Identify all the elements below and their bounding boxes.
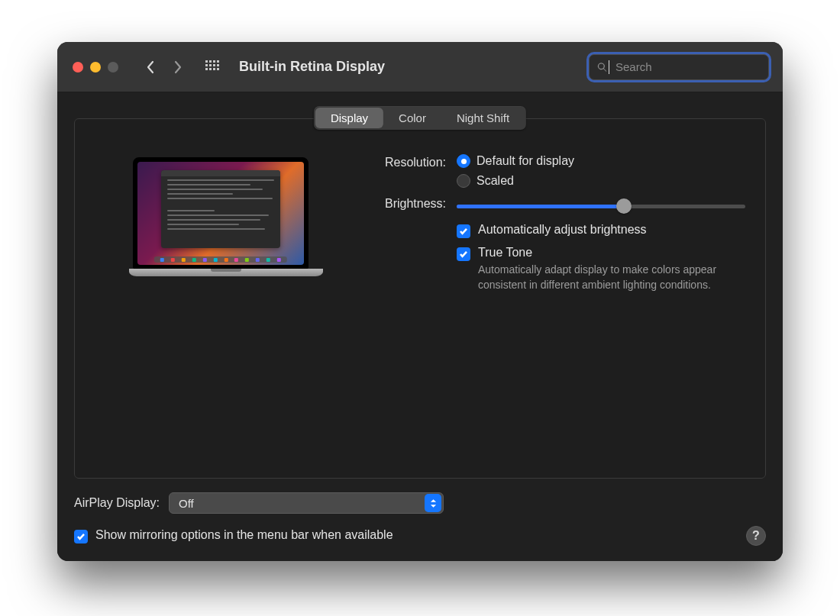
resolution-default-radio[interactable]: Default for display	[457, 154, 745, 168]
brightness-label: Brightness:	[347, 195, 446, 215]
help-button[interactable]: ?	[746, 526, 766, 546]
checkbox-label: True Tone	[478, 246, 532, 260]
check-icon	[459, 227, 468, 236]
radio-icon	[457, 154, 470, 168]
window-body: Display Color Night Shift	[57, 92, 783, 561]
chevron-up-icon	[430, 498, 437, 503]
all-preferences-button[interactable]	[204, 59, 221, 76]
chevron-right-icon	[173, 60, 183, 74]
checkbox-icon	[457, 247, 470, 261]
display-preview-column	[95, 154, 347, 478]
true-tone-description: Automatically adapt display to make colo…	[478, 263, 745, 292]
svg-rect-6	[213, 64, 215, 66]
chevron-down-icon	[430, 504, 437, 508]
svg-rect-1	[209, 60, 212, 63]
svg-rect-9	[209, 68, 212, 70]
tab-night-shift[interactable]: Night Shift	[441, 108, 525, 128]
nav-arrows	[140, 56, 189, 78]
mirroring-checkbox[interactable]: Show mirroring options in the menu bar w…	[74, 528, 393, 543]
svg-rect-10	[213, 68, 215, 70]
chevron-left-icon	[146, 60, 155, 74]
svg-rect-3	[217, 60, 219, 63]
radio-label: Scaled	[477, 174, 514, 188]
grid-icon	[205, 60, 219, 74]
checkbox-label: Automatically adjust brightness	[478, 223, 647, 237]
search-field-wrap[interactable]	[589, 54, 769, 80]
airplay-value: Off	[179, 497, 194, 510]
settings-column: Resolution: Default for display Scaled B…	[347, 154, 745, 478]
check-icon	[459, 250, 468, 259]
search-input[interactable]	[615, 60, 761, 73]
svg-rect-0	[205, 60, 208, 63]
airplay-popup[interactable]: Off	[169, 492, 444, 514]
svg-rect-5	[209, 64, 212, 66]
resolution-label: Resolution:	[347, 154, 446, 188]
airplay-row: AirPlay Display: Off	[74, 492, 766, 514]
tab-display[interactable]: Display	[315, 108, 383, 128]
forward-button	[167, 56, 189, 78]
svg-rect-7	[217, 64, 219, 66]
checkbox-label: Show mirroring options in the menu bar w…	[95, 528, 393, 542]
resolution-group: Default for display Scaled	[457, 154, 745, 188]
traffic-lights	[73, 62, 118, 73]
airplay-stepper	[425, 494, 441, 512]
window-toolbar: Built-in Retina Display	[57, 42, 783, 92]
auto-brightness-checkbox[interactable]: Automatically adjust brightness	[457, 223, 745, 238]
mirroring-row: Show mirroring options in the menu bar w…	[74, 526, 766, 546]
brightness-slider[interactable]	[457, 197, 745, 215]
svg-rect-2	[213, 60, 215, 63]
svg-rect-4	[205, 64, 208, 66]
checkbox-icon	[74, 530, 88, 543]
svg-rect-8	[205, 68, 208, 70]
resolution-scaled-radio[interactable]: Scaled	[457, 174, 745, 188]
bottom-area: AirPlay Display: Off Show mirroring o	[74, 492, 766, 546]
check-icon	[76, 532, 86, 541]
zoom-window-button	[108, 62, 118, 73]
text-caret	[609, 60, 609, 74]
airplay-label: AirPlay Display:	[74, 496, 160, 510]
checkbox-icon	[457, 224, 470, 238]
tab-color[interactable]: Color	[383, 108, 441, 128]
slider-thumb[interactable]	[616, 198, 632, 214]
window-title: Built-in Retina Display	[239, 59, 385, 75]
radio-label: Default for display	[477, 154, 574, 168]
preferences-window: Built-in Retina Display Display Color Ni…	[57, 42, 783, 561]
radio-icon	[457, 174, 470, 188]
search-icon	[597, 61, 607, 73]
tab-bar: Display Color Night Shift	[314, 106, 526, 130]
close-window-button[interactable]	[73, 62, 83, 73]
true-tone-checkbox[interactable]: True Tone	[457, 246, 745, 261]
display-panel: Display Color Night Shift	[74, 118, 766, 479]
panel-content: Resolution: Default for display Scaled B…	[75, 145, 765, 478]
back-button[interactable]	[140, 56, 161, 78]
slider-fill	[457, 205, 624, 208]
svg-rect-11	[217, 68, 219, 70]
minimize-window-button[interactable]	[90, 62, 101, 73]
help-icon: ?	[752, 529, 760, 543]
display-preview-image	[129, 157, 312, 276]
